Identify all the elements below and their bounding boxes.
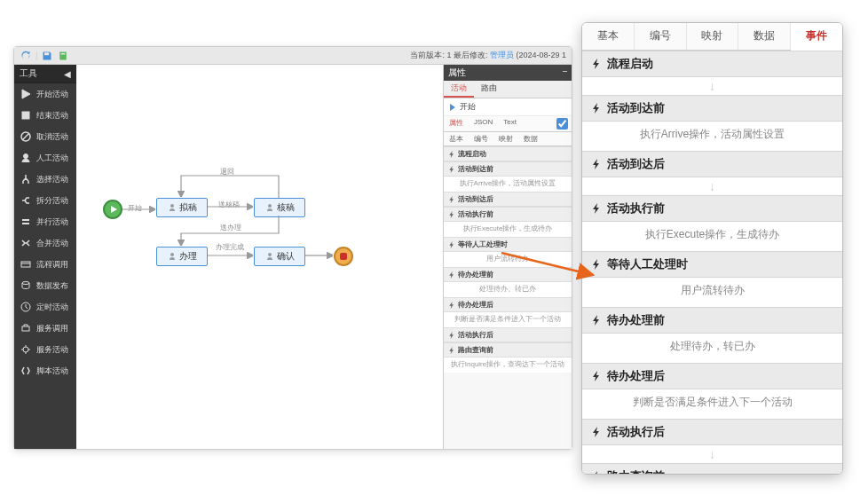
palette-item-stop[interactable]: 结束活动	[14, 105, 76, 126]
palette-item-label: 定时活动	[36, 302, 68, 313]
close-icon[interactable]: –	[563, 67, 567, 79]
overlay-body: 流程启动↓活动到达前执行Arrive操作，活动属性设置活动到达后↓活动执行前执行…	[582, 51, 842, 474]
event-section[interactable]: 待办处理前	[444, 267, 572, 282]
palette-item-parallel[interactable]: 并行活动	[14, 211, 76, 232]
svcact-icon	[20, 343, 32, 356]
export-icon[interactable]	[57, 50, 69, 62]
event-desc: 判断是否满足条件进入下一个活动	[444, 312, 572, 327]
event-section[interactable]: 活动执行前	[444, 207, 572, 222]
palette-item-service[interactable]: 服务调用	[14, 318, 76, 339]
collapse-icon[interactable]: ◀	[64, 69, 71, 79]
palette-title: 工具 ◀	[14, 65, 76, 83]
palette-item-label: 结束活动	[36, 110, 68, 122]
palette-item-split[interactable]: 拆分活动	[14, 190, 76, 211]
flow-node-confirm[interactable]: 确认	[254, 247, 305, 266]
subproc-icon	[20, 258, 32, 271]
start-node[interactable]	[103, 200, 122, 219]
palette-item-branch[interactable]: 选择活动	[14, 169, 76, 190]
svg-point-9	[23, 347, 28, 352]
palette-item-label: 合并活动	[36, 238, 68, 249]
overlay-event-section[interactable]: 活动执行前	[582, 195, 842, 222]
overlay-event-section[interactable]: 路由查询前	[582, 463, 842, 474]
edge-label: 退回	[218, 167, 236, 177]
event-section[interactable]: 待办处理后	[444, 297, 572, 312]
event-desc: 用户流转待办	[444, 252, 572, 267]
palette-item-script[interactable]: 脚本活动	[14, 360, 76, 381]
flow-node-draft[interactable]: 拟稿	[156, 198, 208, 217]
down-arrow-icon: ↓	[582, 445, 842, 463]
selected-node-row: 开始	[444, 98, 572, 116]
overlay-tabs: 基本编号映射数据事件	[582, 23, 842, 51]
merge-icon	[20, 237, 32, 249]
save-icon[interactable]	[41, 50, 53, 62]
palette-item-cancel[interactable]: 取消活动	[14, 126, 76, 147]
tab-activity[interactable]: 活动	[444, 81, 474, 98]
edge-label: 送办理	[218, 223, 243, 232]
overlay-event-desc: 执行Arrive操作，活动属性设置	[582, 122, 842, 151]
stop-icon	[20, 109, 32, 122]
palette-item-label: 并行活动	[36, 216, 68, 228]
overlay-event-section[interactable]: 活动到达前	[582, 95, 842, 122]
event-desc: 处理待办、转已办	[444, 282, 572, 297]
subtab-basic[interactable]: 基本	[444, 132, 469, 145]
tab-json[interactable]: JSON	[469, 116, 498, 131]
overlay-tab-3[interactable]: 数据	[738, 23, 791, 50]
tab-route[interactable]: 路由	[474, 81, 504, 98]
branch-icon	[20, 173, 32, 185]
version-info: 当前版本: 1 最后修改: 管理员 (2024-08-29 1	[410, 50, 566, 61]
event-desc: 执行Inquire操作，查询达下一个活动	[444, 358, 572, 373]
subtab-map[interactable]: 映射	[493, 132, 518, 145]
svg-rect-4	[21, 262, 30, 267]
script-icon	[20, 365, 32, 377]
svg-point-6	[22, 282, 29, 285]
overlay-event-section[interactable]: 等待人工处理时	[582, 251, 842, 278]
overlay-tab-0[interactable]: 基本	[582, 23, 635, 50]
event-section[interactable]: 活动执行后	[444, 327, 572, 342]
overlay-tab-4[interactable]: 事件	[791, 23, 842, 51]
overlay-tab-1[interactable]: 编号	[635, 23, 687, 50]
tab-props[interactable]: 属性	[444, 116, 469, 131]
palette-item-person[interactable]: 人工活动	[14, 147, 76, 169]
palette-item-label: 服务活动	[36, 344, 68, 356]
subtab-id[interactable]: 编号	[469, 132, 493, 145]
end-node[interactable]	[334, 247, 353, 266]
palette-item-timer[interactable]: 定时活动	[14, 296, 76, 318]
overlay-event-section[interactable]: 活动执行后	[582, 419, 842, 445]
overlay-event-section[interactable]: 待办处理前	[582, 307, 842, 334]
overlay-event-section[interactable]: 待办处理后	[582, 363, 842, 389]
overlay-tab-2[interactable]: 映射	[687, 23, 739, 50]
flow-node-review[interactable]: 核稿	[254, 198, 305, 217]
overlay-event-section[interactable]: 流程启动	[582, 51, 842, 77]
overlay-event-section[interactable]: 活动到达后	[582, 151, 842, 177]
event-section[interactable]: 流程启动	[444, 146, 572, 161]
palette-item-play[interactable]: 开始活动	[14, 83, 76, 105]
events-panel-enlarged: 基本编号映射数据事件 流程启动↓活动到达前执行Arrive操作，活动属性设置活动…	[581, 22, 843, 475]
flow-node-handle[interactable]: 办理	[156, 247, 208, 266]
palette-item-data[interactable]: 数据发布	[14, 275, 76, 296]
event-section[interactable]: 路由查询前	[444, 342, 572, 358]
palette-item-svcact[interactable]: 服务活动	[14, 339, 76, 360]
palette-item-subproc[interactable]: 流程调用	[14, 254, 76, 275]
palette-item-merge[interactable]: 合并活动	[14, 232, 76, 254]
overlay-event-desc: 执行Execute操作，生成待办	[582, 222, 842, 251]
event-section[interactable]: 等待人工处理时	[444, 237, 572, 252]
tab-text[interactable]: Text	[498, 116, 522, 131]
overlay-event-desc: 判断是否满足条件进入下一个活动	[582, 389, 842, 419]
event-section[interactable]: 活动到达前	[444, 161, 572, 177]
overlay-event-desc: 处理待办，转已办	[582, 334, 842, 363]
refresh-icon[interactable]	[20, 50, 32, 62]
toggle-checkbox[interactable]	[556, 118, 568, 130]
event-section[interactable]: 活动到达后	[444, 192, 572, 207]
service-icon	[20, 322, 32, 334]
overlay-event-desc: 用户流转待办	[582, 278, 842, 307]
data-icon	[20, 279, 32, 292]
app-toolbar: | 当前版本: 1 最后修改: 管理员 (2024-08-29 1	[14, 47, 572, 65]
palette-item-label: 脚本活动	[36, 365, 68, 377]
play-icon	[449, 104, 456, 111]
subtab-data[interactable]: 数据	[518, 132, 543, 145]
down-arrow-icon: ↓	[582, 177, 842, 195]
format-tabs: 属性 JSON Text	[444, 116, 572, 132]
svg-line-2	[22, 133, 29, 140]
svg-point-11	[268, 204, 272, 208]
play-icon	[20, 88, 32, 100]
